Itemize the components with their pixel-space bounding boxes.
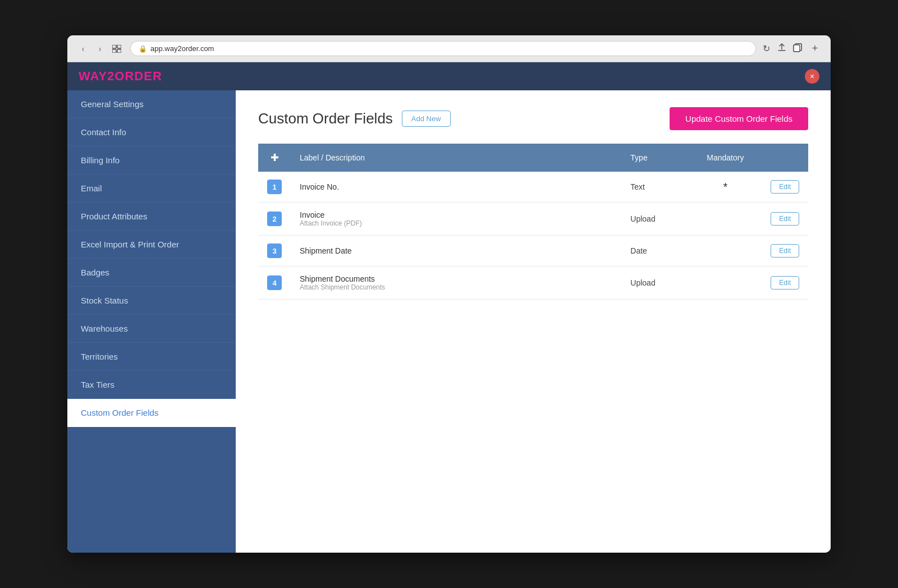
- row-number: 4: [267, 275, 282, 290]
- svg-rect-0: [112, 45, 116, 48]
- sidebar-item-tax-tiers[interactable]: Tax Tiers: [67, 371, 236, 399]
- logo-2: 2: [107, 69, 114, 83]
- row-label-cell: Shipment Date: [291, 236, 621, 267]
- url-input[interactable]: [150, 44, 748, 53]
- browser-window: ‹ › 🔒 ↻: [67, 35, 831, 553]
- svg-rect-2: [112, 49, 116, 53]
- row-action-cell: Edit: [762, 236, 808, 267]
- app-logo: WAY2ORDER: [79, 69, 162, 84]
- edit-button-row4[interactable]: Edit: [771, 276, 799, 290]
- table-row: 1 Invoice No. Text * Edit: [258, 172, 808, 203]
- row-number: 3: [267, 244, 282, 258]
- refresh-button[interactable]: ↻: [763, 43, 770, 54]
- app-header: WAY2ORDER ×: [67, 62, 831, 90]
- page-title: Custom Order Fields: [258, 110, 393, 127]
- mandatory-star-icon: *: [723, 181, 727, 193]
- table-header-row: ✚ Label / Description Type Mandatory: [258, 144, 808, 172]
- row-drag-cell: 1: [258, 172, 291, 203]
- row-type-cell: Date: [621, 236, 689, 267]
- edit-button-row3[interactable]: Edit: [771, 244, 799, 258]
- new-tab-button[interactable]: +: [808, 42, 822, 56]
- logo-way: WAY: [79, 69, 107, 83]
- row-mandatory-cell: *: [689, 172, 762, 203]
- app-wrapper: WAY2ORDER × General Settings Contact Inf…: [67, 62, 831, 553]
- fields-table: ✚ Label / Description Type Mandatory: [258, 144, 808, 300]
- share-button[interactable]: [777, 43, 787, 55]
- table-row: 4 Shipment Documents Attach Shipment Doc…: [258, 267, 808, 300]
- sidebar-item-general-settings[interactable]: General Settings: [67, 90, 236, 118]
- table-row: 3 Shipment Date Date Edit: [258, 236, 808, 267]
- sidebar-item-custom-order-fields[interactable]: Custom Order Fields: [67, 399, 236, 427]
- sidebar-item-billing-info[interactable]: Billing Info: [67, 146, 236, 174]
- add-new-button[interactable]: Add New: [402, 111, 451, 127]
- svg-rect-3: [117, 49, 121, 53]
- forward-button[interactable]: ›: [93, 42, 107, 56]
- row-label-cell: Shipment Documents Attach Shipment Docum…: [291, 267, 621, 300]
- row-label-main: Shipment Documents: [300, 274, 612, 283]
- sidebar: General Settings Contact Info Billing In…: [67, 90, 236, 553]
- sidebar-item-territories[interactable]: Territories: [67, 343, 236, 371]
- row-label-sub: Attach Invoice (PDF): [300, 219, 612, 227]
- row-number: 2: [267, 212, 282, 226]
- address-bar: 🔒: [130, 41, 756, 56]
- sidebar-item-contact-info[interactable]: Contact Info: [67, 118, 236, 146]
- row-type-cell: Upload: [621, 203, 689, 236]
- logo-order: ORDER: [114, 69, 162, 83]
- sidebar-item-stock-status[interactable]: Stock Status: [67, 287, 236, 315]
- edit-button-row2[interactable]: Edit: [771, 212, 799, 226]
- row-mandatory-cell: [689, 267, 762, 300]
- main-content: Custom Order Fields Add New Update Custo…: [236, 90, 831, 553]
- row-label-main: Invoice No.: [300, 182, 612, 191]
- edit-button-row1[interactable]: Edit: [771, 180, 799, 194]
- lock-icon: 🔒: [139, 45, 147, 53]
- row-label-cell: Invoice No.: [291, 172, 621, 203]
- browser-chrome: ‹ › 🔒 ↻: [67, 35, 831, 62]
- back-button[interactable]: ‹: [76, 42, 90, 56]
- page-title-area: Custom Order Fields Add New: [258, 110, 451, 127]
- row-type-cell: Upload: [621, 267, 689, 300]
- row-label-cell: Invoice Attach Invoice (PDF): [291, 203, 621, 236]
- row-action-cell: Edit: [762, 172, 808, 203]
- svg-rect-1: [117, 45, 121, 48]
- sidebar-item-warehouses[interactable]: Warehouses: [67, 315, 236, 343]
- drag-plus-icon: ✚: [271, 152, 279, 163]
- row-action-cell: Edit: [762, 203, 808, 236]
- row-label-sub: Attach Shipment Documents: [300, 283, 612, 291]
- header-drag: ✚: [258, 144, 291, 172]
- svg-rect-7: [794, 45, 800, 52]
- row-number: 1: [267, 180, 282, 194]
- table-row: 2 Invoice Attach Invoice (PDF) Upload Ed…: [258, 203, 808, 236]
- update-button[interactable]: Update Custom Order Fields: [670, 107, 808, 130]
- row-label-main: Shipment Date: [300, 246, 612, 255]
- row-drag-cell: 3: [258, 236, 291, 267]
- row-mandatory-cell: [689, 236, 762, 267]
- row-mandatory-cell: [689, 203, 762, 236]
- row-type-cell: Text: [621, 172, 689, 203]
- browser-actions: +: [777, 42, 822, 56]
- app-close-button[interactable]: ×: [805, 69, 819, 84]
- sidebar-item-email[interactable]: Email: [67, 174, 236, 203]
- row-action-cell: Edit: [762, 267, 808, 300]
- sidebar-item-product-attributes[interactable]: Product Attributes: [67, 203, 236, 231]
- duplicate-button[interactable]: [792, 43, 803, 55]
- nav-buttons: ‹ ›: [76, 42, 123, 56]
- page-header: Custom Order Fields Add New Update Custo…: [258, 107, 808, 130]
- header-label-desc: Label / Description: [291, 144, 621, 172]
- tab-overview-button[interactable]: [110, 42, 123, 56]
- header-action: [762, 144, 808, 172]
- header-mandatory: Mandatory: [689, 144, 762, 172]
- sidebar-item-excel-import[interactable]: Excel Import & Print Order: [67, 231, 236, 259]
- row-label-main: Invoice: [300, 210, 612, 219]
- row-drag-cell: 4: [258, 267, 291, 300]
- sidebar-item-badges[interactable]: Badges: [67, 259, 236, 287]
- header-type: Type: [621, 144, 689, 172]
- row-drag-cell: 2: [258, 203, 291, 236]
- app-body: General Settings Contact Info Billing In…: [67, 90, 831, 553]
